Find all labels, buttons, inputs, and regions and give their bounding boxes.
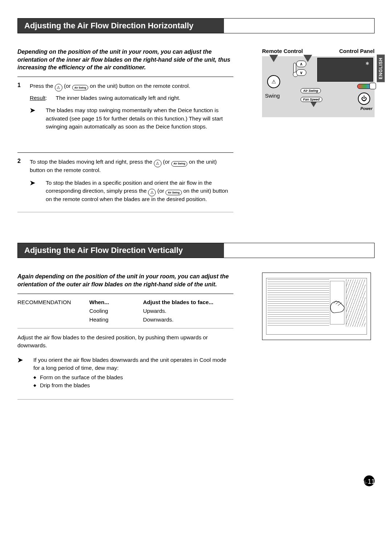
swing-icon: ⚠ [148, 189, 156, 196]
when-cell: Heating [89, 316, 133, 323]
page-number: E-11 [364, 475, 375, 486]
step-1-note: ➤ The blades may stop swinging momentari… [30, 106, 233, 131]
remote-control-label: Remote Control [262, 48, 303, 54]
step-1-note-text: The blades may stop swinging momentarily… [46, 106, 233, 131]
slider-knob [369, 83, 376, 89]
thermometer-icon [293, 63, 296, 76]
display-screen: ✱ [317, 58, 373, 82]
list-item: Drip from the blades [33, 381, 233, 389]
air-swing-icon: Air Swing [171, 161, 187, 167]
divider [17, 294, 233, 294]
air-swing-icon: Air Swing [72, 85, 88, 90]
pointer-icon [269, 55, 278, 62]
list-item: Form on the surface of the blades [33, 373, 233, 381]
step-2-text-b: (or [163, 159, 171, 165]
title-bar-horizontal: Adjusting the Air Flow Direction Horizon… [17, 18, 375, 33]
ac-side-panel-icon [346, 279, 366, 327]
page-number-value: 11 [368, 478, 375, 486]
step-1: 1 Press the ⚠ (or Air Swing on the unit)… [17, 82, 233, 102]
fan-speed-button: Fan Speed [301, 97, 322, 102]
step-1-text-c: on the unit) button on the remote contro… [90, 83, 190, 89]
page-prefix: E- [363, 480, 367, 484]
temp-down-button: ∨ [296, 69, 306, 76]
divider [17, 77, 233, 77]
snowflake-icon: ✱ [366, 61, 369, 66]
step-1-number: 1 [17, 82, 22, 102]
step-2: 2 To stop the blades moving left and rig… [17, 158, 233, 175]
title-vertical: Adjusting the Air Flow Direction Vertica… [18, 243, 224, 258]
col-adjust-header: Adjust the blades to face... [143, 299, 213, 306]
power-button: ⏻ [358, 93, 370, 105]
swing-icon: ⚠ [154, 160, 162, 167]
temp-up-button: ∧ [296, 61, 306, 67]
control-panel-label: Control Panel [339, 48, 375, 54]
hand-icon [329, 298, 347, 314]
horizontal-intro: Depending on the position of the unit in… [17, 48, 233, 71]
table-row: Heating Downwards. [17, 316, 233, 323]
step-1-text-a: Press the [30, 83, 55, 89]
note-arrow-icon: ➤ [30, 179, 38, 204]
result-label: Result [30, 95, 45, 101]
adjust-cell: Upwards. [143, 308, 167, 314]
ac-grille-icon [268, 279, 329, 327]
adjust-instruction: Adjust the air flow blades to the desire… [17, 334, 233, 349]
table-row: Cooling Upwards. [17, 308, 233, 314]
when-cell: Cooling [89, 308, 133, 314]
remote-swing-button: ⚠ [267, 75, 280, 88]
recommendation-label: RECOMMENDATION [17, 299, 79, 306]
note-arrow-icon: ➤ [30, 106, 38, 131]
air-swing-button: Air Swing [301, 88, 321, 93]
divider [17, 152, 233, 153]
step-2-note-b: (or [158, 188, 166, 194]
result-text: The inner blades swing automatically lef… [56, 94, 181, 102]
step-2-note: ➤ To stop the blades in a specific posit… [30, 179, 233, 204]
title-horizontal: Adjusting the Air Flow Direction Horizon… [18, 19, 224, 33]
swing-icon: ⚠ [55, 84, 62, 91]
title-bar-vertical: Adjusting the Air Flow Direction Vertica… [17, 243, 375, 258]
vertical-note-intro: If you orient the air flow blades downwa… [33, 357, 226, 371]
language-tab: ENGLISH [377, 54, 385, 82]
step-2-text-a: To stop the blades moving left and right… [30, 159, 154, 165]
adjust-cell: Downwards. [143, 316, 173, 323]
vertical-note: ➤ If you orient the air flow blades down… [17, 356, 233, 390]
control-panel-diagram: ⚠ Swing ∧ ∨ ✱ Air Swing Fan Speed ⏻ Powe… [262, 56, 375, 117]
note-arrow-icon: ➤ [17, 356, 25, 390]
remote-swing-label: Swing [265, 93, 280, 99]
step-1-text-b: (or [64, 83, 72, 89]
divider-light [17, 399, 233, 400]
air-swing-icon: Air Swing [166, 190, 181, 195]
divider-light [17, 328, 233, 328]
col-when-header: When... [89, 299, 133, 306]
vertical-intro: Again depending on the position of the u… [17, 273, 233, 288]
power-label: Power [360, 106, 372, 111]
step-2-number: 2 [17, 158, 22, 175]
ac-unit-illustration [262, 273, 371, 340]
divider-light [17, 212, 233, 212]
